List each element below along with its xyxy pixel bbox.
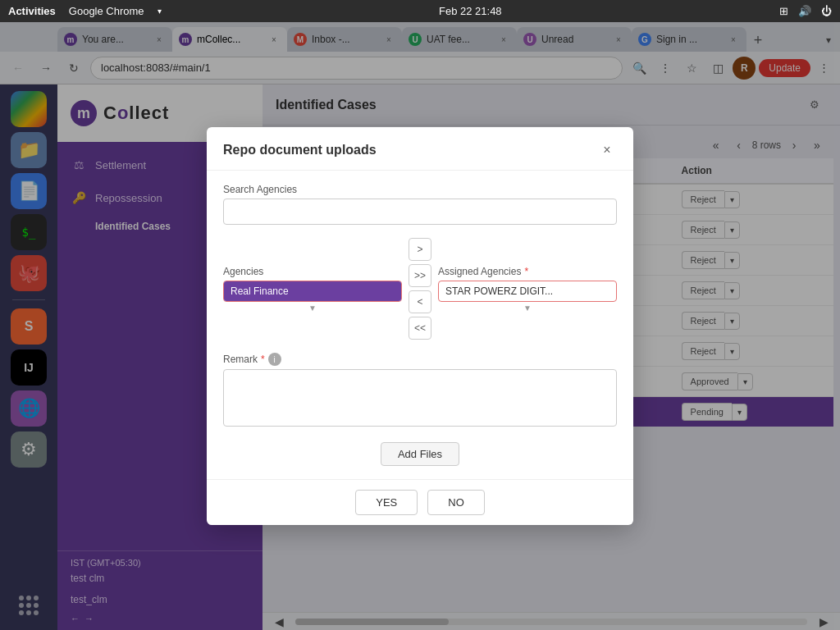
agencies-label: Agencies (223, 266, 402, 277)
modal-header: Repo document uploads × (207, 127, 633, 171)
agency-item-real-finance[interactable]: Real Finance (224, 281, 401, 301)
required-star: * (524, 266, 528, 277)
remark-label: Remark * i (223, 353, 617, 366)
agencies-list[interactable]: Real Finance (223, 281, 402, 302)
assigned-scroll-down[interactable]: ▼ (438, 304, 617, 313)
move-all-right-button[interactable]: >> (409, 264, 431, 287)
remark-textarea[interactable] (223, 369, 617, 427)
add-files-button[interactable]: Add Files (381, 442, 459, 466)
modal-footer: YES NO (207, 479, 633, 525)
activities-label[interactable]: Activities (8, 5, 56, 17)
assigned-agencies-list-container: Assigned Agencies * STAR POWERZ DIGIT...… (438, 266, 617, 313)
move-right-button[interactable]: > (409, 238, 431, 261)
agencies-list-container: Agencies Real Finance ▼ (223, 266, 402, 313)
search-agencies-input[interactable] (223, 199, 617, 225)
os-bar: Activities Google Chrome ▾ Feb 22 21:48 … (0, 0, 840, 22)
agencies-scroll-down[interactable]: ▼ (223, 304, 402, 313)
modal-body: Search Agencies Agencies Real Finance ▼ (207, 171, 633, 479)
assigned-agency-item[interactable]: STAR POWERZ DIGIT... (439, 281, 616, 301)
search-agencies-label: Search Agencies (223, 184, 617, 195)
repo-document-modal: Repo document uploads × Search Agencies … (207, 127, 633, 525)
remark-group: Remark * i (223, 353, 617, 429)
modal-title: Repo document uploads (223, 143, 377, 158)
modal-close-button[interactable]: × (597, 140, 617, 160)
move-all-left-button[interactable]: << (409, 317, 431, 340)
os-bar-right: ⊞ 🔊 ⏻ (779, 5, 832, 17)
power-icon: ⏻ (821, 5, 832, 17)
audio-icon: 🔊 (798, 5, 811, 17)
datetime-label: Feb 22 21:48 (439, 5, 502, 17)
remark-required-star: * (261, 354, 265, 365)
yes-button[interactable]: YES (355, 490, 418, 515)
no-button[interactable]: NO (427, 490, 485, 515)
dropdown-arrow-icon[interactable]: ▾ (158, 7, 162, 16)
app-name-label: Google Chrome (69, 5, 144, 17)
assigned-agencies-label: Assigned Agencies * (438, 266, 617, 277)
transfer-controls: > >> < << (409, 238, 431, 340)
search-agencies-group: Search Agencies (223, 184, 617, 225)
modal-overlay[interactable]: Repo document uploads × Search Agencies … (0, 22, 840, 630)
os-bar-left: Activities Google Chrome ▾ (8, 5, 162, 17)
assigned-agencies-list[interactable]: STAR POWERZ DIGIT... (438, 281, 617, 302)
move-left-button[interactable]: < (409, 290, 431, 313)
remark-info-icon[interactable]: i (268, 353, 281, 366)
network-icon: ⊞ (779, 5, 788, 17)
transfer-row: Agencies Real Finance ▼ > >> < << (223, 238, 617, 340)
